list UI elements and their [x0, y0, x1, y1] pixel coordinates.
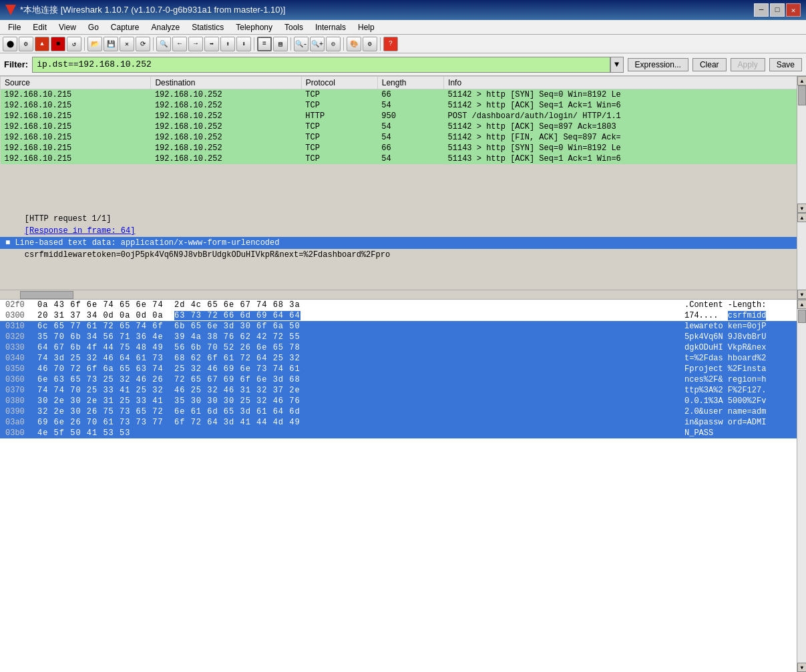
toolbar-pktlist-btn[interactable]: ≡: [257, 37, 272, 51]
cell-info: POST /dashboard/auth/login/ HTTP/1.1: [444, 111, 806, 121]
hex-row[interactable]: 02f0 0a 43 6f 6e 74 65 6e 74 2d 4c 65 6e…: [0, 300, 797, 310]
hex-row-selected[interactable]: 0340 74 3d 25 32 46 64 61 73 68 62 6f 61…: [0, 353, 797, 364]
hex-content[interactable]: 02f0 0a 43 6f 6e 74 65 6e 74 2d 4c 65 6e…: [0, 300, 806, 672]
packet-list-scroll[interactable]: Source Destination Protocol Length Info …: [0, 76, 806, 213]
hex-row-selected[interactable]: 0370 74 74 70 25 33 41 25 32 46 25 32 46…: [0, 385, 797, 396]
toolbar-prefs-btn[interactable]: ⚙: [363, 37, 377, 51]
scroll-thumb[interactable]: [798, 310, 806, 323]
toolbar-top-btn[interactable]: ⬆: [220, 37, 235, 51]
toolbar-pktdet-btn[interactable]: ▤: [273, 37, 288, 51]
hex-row-selected[interactable]: 0390 32 2e 30 26 75 73 65 72 6e 61 6d 65…: [0, 406, 797, 417]
table-row[interactable]: 192.168.10.215 192.168.10.252 TCP 54 511…: [1, 132, 806, 143]
protocol-tree-line[interactable]: [HTTP request 1/1]: [0, 213, 806, 225]
protocol-tree-line[interactable]: [Response in frame: 64]: [0, 225, 806, 237]
hex-row-selected[interactable]: 0360 6e 63 65 73 25 32 46 26 72 65 67 69…: [0, 374, 797, 385]
hex-row-selected[interactable]: 0350 46 70 72 6f 6a 65 63 74 25 32 46 69…: [0, 364, 797, 374]
toolbar-sep5: [343, 37, 344, 51]
scroll-down-arrow[interactable]: ▼: [797, 290, 806, 299]
hex-row-selected[interactable]: 0310 6c 65 77 61 72 65 74 6f 6b 65 6e 3d…: [0, 321, 797, 332]
menu-telephony[interactable]: Telephony: [230, 21, 278, 33]
cell-dest: 192.168.10.252: [151, 132, 301, 143]
menu-capture[interactable]: Capture: [106, 21, 145, 33]
scroll-down-arrow[interactable]: ▼: [797, 663, 806, 672]
scroll-down-arrow[interactable]: ▼: [797, 204, 806, 213]
maximize-button[interactable]: □: [770, 3, 785, 17]
cell-source: 192.168.10.215: [1, 121, 151, 132]
col-length[interactable]: Length: [377, 77, 443, 89]
table-row[interactable]: 192.168.10.215 192.168.10.252 TCP 54 511…: [1, 153, 806, 164]
toolbar-zoom-in-btn[interactable]: 🔍+: [310, 37, 325, 51]
table-row[interactable]: 192.168.10.215 192.168.10.252 TCP 54 511…: [1, 100, 806, 111]
toolbar-bot-btn[interactable]: ⬇: [236, 37, 251, 51]
table-row[interactable]: 192.168.10.215 192.168.10.252 HTTP 950 P…: [1, 111, 806, 121]
cell-len: 950: [377, 111, 443, 121]
hex-row-selected[interactable]: 03b0 4e 5f 50 41 53 53 N_PASS: [0, 428, 797, 438]
scroll-thumb[interactable]: [798, 85, 806, 105]
middle-hscroll-thumb[interactable]: [20, 291, 73, 299]
hex-bytes: 64 67 6b 4f 44 75 48 49 56 6b 70 52 26 6…: [37, 343, 671, 352]
toolbar-open-btn[interactable]: ⚙: [19, 37, 33, 51]
toolbar-restart-btn[interactable]: ↺: [67, 37, 81, 51]
menu-file[interactable]: File: [3, 21, 26, 33]
menu-tools[interactable]: Tools: [279, 21, 309, 33]
clear-button[interactable]: Clear: [692, 58, 727, 71]
col-info[interactable]: Info: [444, 77, 806, 89]
response-frame-link[interactable]: [Response in frame: 64]: [25, 226, 136, 236]
toolbar-coloring-btn[interactable]: 🎨: [347, 37, 361, 51]
scroll-up-arrow[interactable]: ▲: [797, 76, 806, 85]
filter-input[interactable]: [32, 57, 610, 73]
toolbar-stop-btn[interactable]: ■: [51, 37, 65, 51]
cell-proto: TCP: [301, 132, 377, 143]
cell-dest: 192.168.10.252: [151, 143, 301, 153]
hex-row-selected[interactable]: 03a0 69 6e 26 70 61 73 73 77 6f 72 64 3d…: [0, 417, 797, 428]
protocol-tree-line-selected[interactable]: ■ Line-based text data: application/x-ww…: [0, 237, 806, 249]
toolbar-save-btn[interactable]: 💾: [104, 37, 118, 51]
hex-ascii: lewareto ken=0ojP: [671, 322, 791, 331]
hex-row[interactable]: 0300 20 31 37 34 0d 0a 0d 0a 63 73 72 66…: [0, 310, 797, 321]
hex-row-selected[interactable]: 0320 35 70 6b 34 56 71 36 4e 39 4a 38 76…: [0, 332, 797, 342]
toolbar-close-btn[interactable]: ✕: [120, 37, 134, 51]
apply-button[interactable]: Apply: [731, 58, 765, 71]
packet-list-vscroll[interactable]: ▲ ▼: [797, 76, 806, 213]
hex-ascii: dgkODuHI VkpR&nex: [671, 343, 791, 352]
expression-button[interactable]: Expression...: [628, 58, 688, 71]
save-button[interactable]: Save: [769, 58, 802, 71]
toolbar-open-file-btn[interactable]: 📂: [87, 37, 102, 51]
table-row[interactable]: 192.168.10.215 192.168.10.252 TCP 54 511…: [1, 121, 806, 132]
col-destination[interactable]: Destination: [151, 77, 301, 89]
middle-vscroll[interactable]: ▲ ▼: [797, 213, 806, 299]
col-source[interactable]: Source: [1, 77, 151, 89]
toolbar-find-btn[interactable]: 🔍: [156, 37, 171, 51]
toolbar-new-btn[interactable]: ⬤: [3, 37, 17, 51]
scroll-up-arrow[interactable]: ▲: [797, 213, 806, 222]
filter-dropdown-btn[interactable]: ▼: [610, 57, 624, 73]
menu-edit[interactable]: Edit: [27, 21, 52, 33]
menu-view[interactable]: View: [53, 21, 81, 33]
toolbar-reload-btn[interactable]: ⟳: [136, 37, 150, 51]
middle-hscroll[interactable]: [0, 290, 797, 299]
cell-source: 192.168.10.215: [1, 143, 151, 153]
hex-row-selected[interactable]: 0330 64 67 6b 4f 44 75 48 49 56 6b 70 52…: [0, 342, 797, 353]
close-button[interactable]: ✕: [786, 3, 801, 17]
menu-analyze[interactable]: Analyze: [146, 21, 186, 33]
hex-vscroll[interactable]: ▲ ▼: [797, 300, 806, 672]
minimize-button[interactable]: ─: [754, 3, 769, 17]
menu-go[interactable]: Go: [83, 21, 104, 33]
toolbar-zoom-out-btn[interactable]: 🔍-: [294, 37, 309, 51]
toolbar-fwd-btn[interactable]: →: [188, 37, 203, 51]
scroll-up-arrow[interactable]: ▲: [797, 300, 806, 309]
table-row[interactable]: 192.168.10.215 192.168.10.252 TCP 66 511…: [1, 143, 806, 153]
col-protocol[interactable]: Protocol: [301, 77, 377, 89]
table-row[interactable]: 192.168.10.215 192.168.10.252 TCP 66 511…: [1, 89, 806, 101]
hex-bytes: 20 31 37 34 0d 0a 0d 0a 63 73 72 66 6d 6…: [37, 311, 671, 320]
toolbar-zoom-reset-btn[interactable]: ⊙: [326, 37, 341, 51]
menu-help[interactable]: Help: [353, 21, 380, 33]
menu-internals[interactable]: Internals: [310, 21, 351, 33]
protocol-tree-line[interactable]: csrfmiddlewaretoken=0ojP5pk4Vq6N9J8vbBrU…: [0, 249, 806, 261]
toolbar-help-btn[interactable]: ?: [383, 37, 398, 51]
toolbar-goto-btn[interactable]: ➡: [204, 37, 219, 51]
toolbar-wireshark-icon[interactable]: ▲: [35, 37, 49, 51]
menu-statistics[interactable]: Statistics: [186, 21, 229, 33]
hex-row-selected[interactable]: 0380 30 2e 30 2e 31 25 33 41 35 30 30 30…: [0, 396, 797, 406]
toolbar-back-btn[interactable]: ←: [172, 37, 187, 51]
